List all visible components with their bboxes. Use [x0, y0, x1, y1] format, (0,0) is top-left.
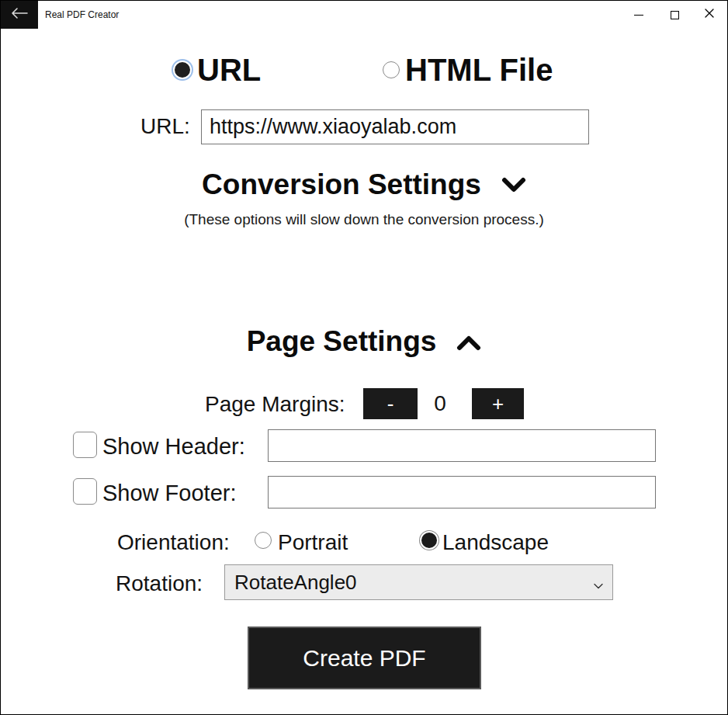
- conversion-settings-header[interactable]: Conversion Settings: [1, 168, 727, 201]
- header-text-input[interactable]: [268, 429, 656, 462]
- page-settings-title: Page Settings: [247, 325, 437, 358]
- chevron-down-icon[interactable]: [501, 177, 526, 197]
- conversion-settings-note: (These options will slow down the conver…: [1, 211, 727, 228]
- maximize-button[interactable]: [657, 1, 692, 29]
- show-footer-checkbox[interactable]: [73, 478, 97, 505]
- orientation-label: Orientation:: [117, 530, 230, 555]
- portrait-radio-label[interactable]: Portrait: [278, 530, 348, 555]
- minimize-button[interactable]: [621, 1, 657, 29]
- back-button[interactable]: [1, 1, 38, 29]
- minimize-icon: [634, 15, 643, 16]
- close-icon: [704, 8, 715, 22]
- close-button[interactable]: [692, 1, 727, 29]
- show-footer-label: Show Footer:: [102, 481, 236, 506]
- html-file-radio[interactable]: [383, 61, 400, 78]
- source-option-url[interactable]: URL: [173, 50, 261, 89]
- portrait-radio[interactable]: [255, 532, 272, 549]
- create-pdf-button[interactable]: Create PDF: [248, 626, 481, 689]
- chevron-down-small-icon: [594, 571, 603, 595]
- maximize-icon: [671, 11, 679, 19]
- show-header-checkbox[interactable]: [73, 432, 97, 458]
- url-radio[interactable]: [173, 61, 192, 79]
- url-radio-label[interactable]: URL: [197, 53, 261, 88]
- page-settings-header[interactable]: Page Settings: [1, 325, 727, 358]
- footer-text-input[interactable]: [268, 476, 656, 508]
- rotation-selected-value: RotateAngle0: [234, 571, 357, 595]
- source-option-html-file[interactable]: HTML File: [383, 50, 553, 89]
- url-field-label: URL:: [140, 114, 190, 139]
- html-file-radio-label[interactable]: HTML File: [405, 53, 553, 88]
- landscape-radio-label[interactable]: Landscape: [442, 530, 549, 555]
- url-input[interactable]: [201, 109, 589, 144]
- show-header-label: Show Header:: [102, 434, 245, 460]
- conversion-settings-title: Conversion Settings: [202, 168, 481, 201]
- decrease-margin-button[interactable]: -: [363, 388, 418, 419]
- page-margins-label: Page Margins:: [205, 392, 345, 417]
- landscape-radio[interactable]: [420, 531, 439, 550]
- chevron-up-icon[interactable]: [456, 334, 481, 354]
- back-arrow-icon: [10, 7, 29, 23]
- page-margins-value: 0: [425, 391, 455, 416]
- increase-margin-button[interactable]: +: [472, 388, 524, 419]
- rotation-label: Rotation:: [116, 571, 203, 596]
- app-window: Real PDF Creator URL HTML File URL: Conv…: [0, 0, 728, 715]
- rotation-dropdown[interactable]: RotateAngle0: [224, 564, 613, 600]
- window-title: Real PDF Creator: [45, 1, 119, 29]
